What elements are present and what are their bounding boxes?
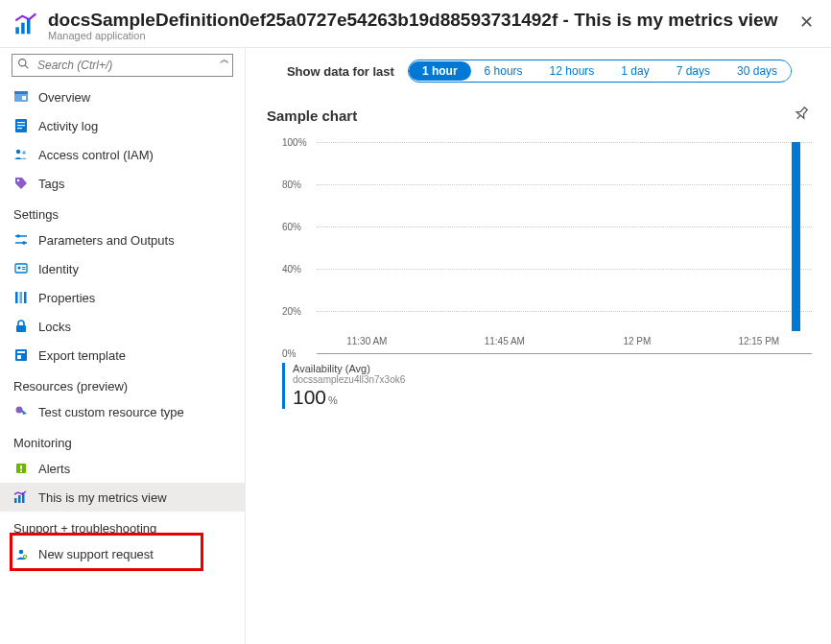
pill-30-days[interactable]: 30 days <box>724 61 791 81</box>
svg-point-14 <box>17 179 19 181</box>
chart-area: 100% 80% 60% 40% 20% 0% 11:30 AM 11:45 A… <box>282 142 812 353</box>
sidebar-item-label: Overview <box>38 90 90 105</box>
sidebar-item-parameters[interactable]: Parameters and Outputs <box>0 226 245 254</box>
pill-1-day[interactable]: 1 day <box>607 61 662 81</box>
svg-rect-26 <box>16 325 26 332</box>
chart-title: Sample chart <box>267 107 357 124</box>
y-tick: 40% <box>282 264 301 274</box>
svg-rect-32 <box>20 465 22 469</box>
sidebar-item-label: Parameters and Outputs <box>38 233 175 248</box>
pin-icon[interactable] <box>783 98 818 133</box>
svg-rect-28 <box>17 351 25 353</box>
sidebar-item-label: Properties <box>38 291 95 305</box>
svg-rect-6 <box>14 91 28 94</box>
gridline <box>317 353 812 354</box>
svg-line-4 <box>25 65 28 68</box>
alerts-icon <box>13 461 29 476</box>
sidebar-item-label: Tags <box>38 177 64 191</box>
sidebar-item-new-support-request[interactable]: New support request <box>0 539 245 568</box>
svg-rect-25 <box>24 292 27 303</box>
metrics-view-icon <box>13 489 29 505</box>
sidebar-item-identity[interactable]: Identity <box>0 254 245 283</box>
gridline <box>317 142 812 143</box>
sidebar-item-overview[interactable]: Overview <box>0 83 245 111</box>
sidebar-item-test-custom-resource[interactable]: Test custom resource type <box>0 397 245 426</box>
svg-rect-22 <box>22 269 26 270</box>
sidebar-item-label: Access control (IAM) <box>38 148 154 162</box>
pill-6-hours[interactable]: 6 hours <box>471 61 536 81</box>
access-control-icon <box>13 147 29 162</box>
svg-rect-1 <box>21 23 25 35</box>
svg-point-20 <box>17 266 20 269</box>
header-text: docsSampleDefinition0ef25a0727e54263b19d… <box>48 10 795 41</box>
y-tick: 60% <box>282 222 301 232</box>
sidebar-item-alerts[interactable]: Alerts <box>0 454 245 483</box>
sidebar-group-support: Support + troubleshooting <box>0 512 245 539</box>
custom-resource-icon <box>13 404 29 419</box>
blade-header: docsSampleDefinition0ef25a0727e54263b19d… <box>0 0 831 48</box>
time-range-pills: 1 hour 6 hours 12 hours 1 day 7 days 30 … <box>408 60 792 83</box>
metric-name: Availability (Avg) <box>293 363 405 374</box>
svg-point-3 <box>19 60 26 66</box>
parameters-icon <box>13 232 29 248</box>
sidebar-item-export-template[interactable]: Export template <box>0 341 245 370</box>
sidebar-group-settings: Settings <box>0 198 245 226</box>
metric-value-number: 100 <box>293 386 326 408</box>
metrics-icon <box>13 12 40 41</box>
svg-rect-29 <box>17 355 21 359</box>
time-range-row: Show data for last 1 hour 6 hours 12 hou… <box>267 60 812 83</box>
x-tick: 11:45 AM <box>485 336 525 346</box>
sidebar-item-label: Test custom resource type <box>38 405 184 419</box>
sidebar-item-metrics-view[interactable]: This is my metrics view <box>0 483 245 512</box>
svg-rect-11 <box>17 128 22 129</box>
tags-icon <box>13 176 29 191</box>
collapse-sidebar-icon[interactable]: ︽ <box>220 57 229 62</box>
time-range-label: Show data for last <box>287 64 394 79</box>
svg-rect-10 <box>17 125 25 126</box>
sidebar-item-access-control[interactable]: Access control (IAM) <box>0 140 245 169</box>
sidebar-item-label: Activity log <box>38 119 98 133</box>
svg-point-18 <box>22 241 26 245</box>
close-icon[interactable]: ✕ <box>795 10 818 35</box>
x-tick: 11:30 AM <box>346 336 387 346</box>
svg-rect-35 <box>18 495 21 503</box>
page-title: docsSampleDefinition0ef25a0727e54263b19d… <box>48 10 795 31</box>
y-tick: 20% <box>282 306 301 317</box>
gridline <box>317 269 812 270</box>
metric-card: Availability (Avg) docssamplezu4ll3n7x3o… <box>282 363 812 409</box>
gridline <box>317 227 812 227</box>
svg-point-13 <box>22 151 26 155</box>
pill-12-hours[interactable]: 12 hours <box>536 61 608 81</box>
search-input[interactable] <box>12 54 233 77</box>
sidebar-item-label: Alerts <box>38 462 70 476</box>
export-template-icon <box>13 347 29 363</box>
svg-point-12 <box>16 150 20 154</box>
sidebar-group-monitoring: Monitoring <box>0 426 245 454</box>
page-subtitle: Managed application <box>48 30 795 41</box>
sidebar-item-activity-log[interactable]: Activity log <box>0 111 245 140</box>
svg-rect-34 <box>14 498 17 503</box>
identity-icon <box>13 261 29 276</box>
sidebar: ︽ Overview Activity log Access control (… <box>0 48 246 644</box>
x-tick: 12 PM <box>623 336 651 346</box>
sidebar-group-resources: Resources (preview) <box>0 370 245 397</box>
y-tick: 80% <box>282 179 301 190</box>
metric-resource: docssamplezu4ll3n7x3ok6 <box>293 374 405 385</box>
pill-7-days[interactable]: 7 days <box>663 61 724 81</box>
gridline <box>317 184 812 185</box>
svg-point-37 <box>19 550 24 555</box>
svg-rect-23 <box>15 292 18 303</box>
sidebar-item-tags[interactable]: Tags <box>0 169 245 198</box>
svg-rect-24 <box>20 292 23 303</box>
sidebar-item-locks[interactable]: Locks <box>0 312 245 341</box>
pill-1-hour[interactable]: 1 hour <box>409 61 471 81</box>
properties-icon <box>13 290 29 305</box>
svg-rect-9 <box>17 122 25 123</box>
y-tick: 0% <box>282 348 296 359</box>
metric-color-bar <box>282 363 285 409</box>
sidebar-item-label: Locks <box>38 320 71 334</box>
svg-rect-7 <box>22 96 26 100</box>
sidebar-item-properties[interactable]: Properties <box>0 283 245 312</box>
sidebar-item-label: Identity <box>38 262 79 276</box>
svg-point-16 <box>16 234 20 238</box>
